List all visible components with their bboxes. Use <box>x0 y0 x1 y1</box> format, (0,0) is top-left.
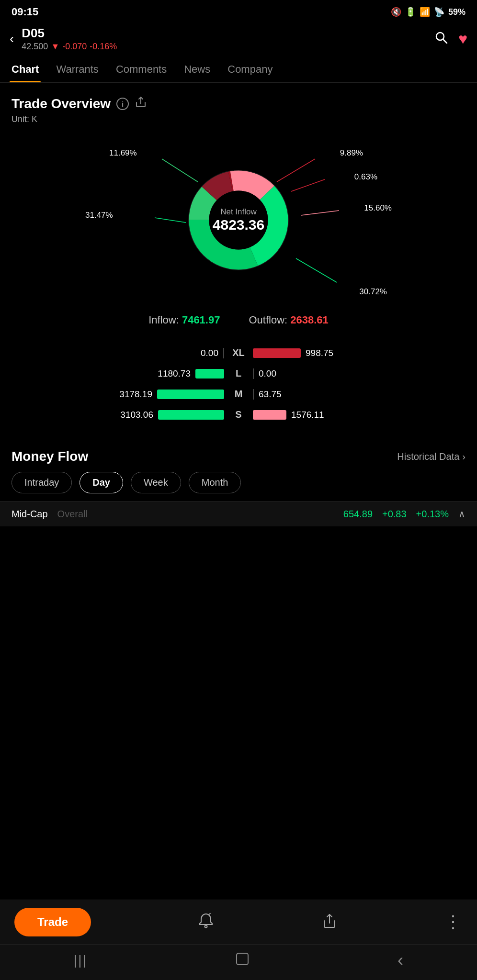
status-bar: 09:15 🔇 🔋 📶 📡 59% <box>0 0 477 22</box>
period-day[interactable]: Day <box>80 472 123 493</box>
inflow-summary: Inflow: 7461.97 <box>148 314 220 326</box>
period-month[interactable]: Month <box>189 472 241 493</box>
inflow-bar-s <box>158 410 224 420</box>
trade-overview-title: Trade Overview i <box>11 96 466 111</box>
tab-warrants[interactable]: Warrants <box>54 57 100 82</box>
share-button[interactable] <box>321 913 338 932</box>
tab-company[interactable]: Company <box>226 57 274 82</box>
battery-icon: 🔋 <box>405 7 416 17</box>
inflow-bar-m <box>157 390 224 399</box>
unit-label: Unit: K <box>11 114 466 124</box>
favorite-button[interactable]: ♥ <box>458 30 467 48</box>
flow-label-s: S <box>229 409 248 420</box>
donut-label-4: 15.60% <box>364 203 392 213</box>
flow-bars: 0.00 XL 998.75 1180.73 L 0.00 3178.19 M … <box>0 347 477 420</box>
divider-xl-inflow <box>223 348 224 358</box>
status-right: 🔇 🔋 📶 📡 59% <box>391 7 466 17</box>
flow-row-l: 1180.73 L 0.00 <box>11 368 466 379</box>
alert-button[interactable] <box>198 913 214 932</box>
flow-inflow-m: 3178.19 <box>11 389 224 400</box>
inflow-bar-l <box>195 369 224 379</box>
tab-comments[interactable]: Comments <box>114 57 169 82</box>
outflow-bar-xl <box>253 348 301 358</box>
donut-label-5: 30.72% <box>359 287 387 297</box>
stock-price: 42.500 <box>22 42 48 52</box>
donut-label-2: 9.89% <box>340 148 363 158</box>
stock-price-row: 42.500 ▼ -0.070 -0.16% <box>22 42 117 52</box>
flow-inflow-l: 1180.73 <box>11 368 224 379</box>
flow-inflow-xl: 0.00 <box>11 348 224 358</box>
svg-point-17 <box>205 925 207 927</box>
flow-label-l: L <box>229 368 248 379</box>
svg-point-16 <box>209 191 268 250</box>
flow-inflow-s: 3103.06 <box>11 410 224 420</box>
flow-label-m: M <box>229 389 248 400</box>
wifi-icon: 📶 <box>420 7 430 17</box>
back-button[interactable]: ‹ <box>10 31 14 46</box>
nav-home-icon[interactable] <box>235 951 250 970</box>
header-right: ♥ <box>433 30 467 48</box>
tab-news[interactable]: News <box>182 57 212 82</box>
stock-change: -0.070 <box>62 42 87 52</box>
donut-chart-wrapper: 11.69% 9.89% 0.63% 15.60% 30.72% 31.47% <box>71 134 406 306</box>
svg-line-18 <box>208 913 210 915</box>
nav-tabs: Chart Warrants Comments News Company <box>0 57 477 83</box>
donut-label-6: 31.47% <box>85 211 113 220</box>
signal-icon: 📡 <box>434 7 444 17</box>
tab-chart[interactable]: Chart <box>10 57 41 82</box>
flow-outflow-xl: 998.75 <box>253 348 466 358</box>
stock-ticker: D05 <box>22 26 117 41</box>
flow-row-s: 3103.06 S 1576.11 <box>11 409 466 420</box>
nav-back-icon[interactable]: ‹ <box>398 950 403 970</box>
period-week[interactable]: Week <box>131 472 181 493</box>
outflow-summary: Outflow: 2638.61 <box>249 314 328 326</box>
down-arrow-icon: ▼ <box>51 42 59 52</box>
donut-svg <box>167 148 310 292</box>
flow-outflow-l: 0.00 <box>253 368 466 379</box>
historical-data-link[interactable]: Historical Data › <box>397 451 466 462</box>
nav-menu-icon[interactable]: ||| <box>74 953 87 968</box>
header-left: ‹ D05 42.500 ▼ -0.070 -0.16% <box>10 26 117 52</box>
midcap-row: Mid-Cap Overall 654.89 +0.83 +0.13% ∧ <box>0 501 477 526</box>
more-button[interactable]: ⋮ <box>444 912 463 932</box>
info-icon[interactable]: i <box>116 98 129 110</box>
share-icon[interactable] <box>135 96 147 111</box>
flow-summary: Inflow: 7461.97 Outflow: 2638.61 <box>11 314 466 326</box>
divider-l-outflow <box>253 368 254 379</box>
flow-outflow-s: 1576.11 <box>253 410 466 420</box>
bottom-spacer <box>0 526 477 622</box>
battery-pct: 59% <box>448 7 466 17</box>
flow-row-xl: 0.00 XL 998.75 <box>11 347 466 358</box>
trade-overview-section: Trade Overview i Unit: K 11.69% 9.89% 0.… <box>0 83 477 347</box>
money-flow-title: Money Flow <box>11 449 88 464</box>
trade-button[interactable]: Trade <box>14 908 91 936</box>
period-tabs: Intraday Day Week Month <box>0 472 477 501</box>
period-intraday[interactable]: Intraday <box>11 472 72 493</box>
svg-line-1 <box>443 39 447 43</box>
donut-label-1: 11.69% <box>109 148 137 158</box>
donut-label-3: 0.63% <box>354 172 377 182</box>
mute-icon: 🔇 <box>391 7 401 17</box>
stock-change-pct: -0.16% <box>90 42 117 52</box>
search-button[interactable] <box>433 30 449 48</box>
header: ‹ D05 42.500 ▼ -0.070 -0.16% ♥ <box>0 22 477 57</box>
chevron-right-icon: › <box>462 451 466 462</box>
bottom-bar: Trade ⋮ ||| ‹ <box>0 900 477 980</box>
money-flow-header: Money Flow Historical Data › <box>0 439 477 472</box>
flow-label-xl: XL <box>229 347 248 358</box>
flow-outflow-m: 63.75 <box>253 389 466 400</box>
svg-rect-20 <box>237 953 248 965</box>
divider-m-outflow <box>253 389 254 400</box>
nav-bar: ||| ‹ <box>0 944 477 980</box>
chevron-up-icon[interactable]: ∧ <box>458 508 466 520</box>
bottom-actions: Trade ⋮ <box>0 900 477 944</box>
status-time: 09:15 <box>11 6 38 18</box>
stock-info: D05 42.500 ▼ -0.070 -0.16% <box>22 26 117 52</box>
flow-row-m: 3178.19 M 63.75 <box>11 389 466 400</box>
outflow-bar-s <box>253 410 286 420</box>
